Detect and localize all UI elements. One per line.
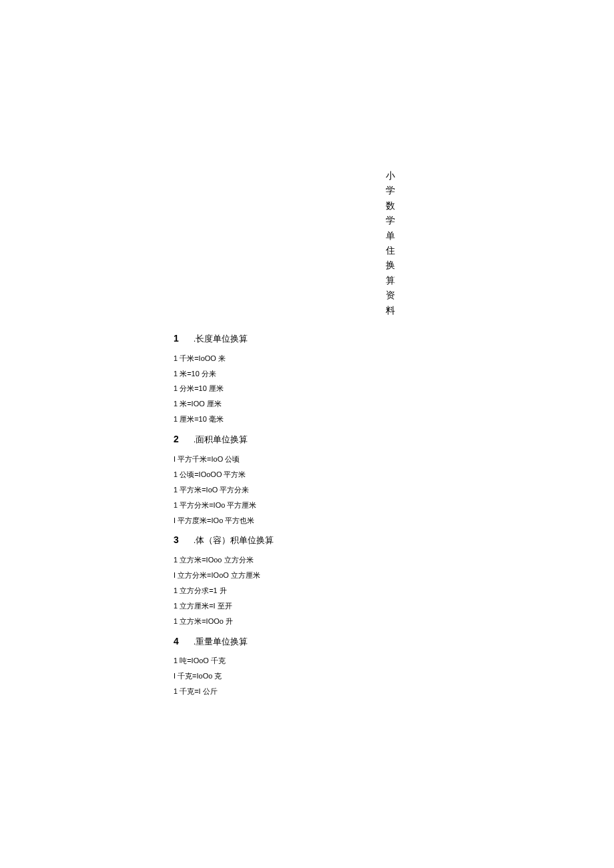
- conversion-item: 1 千米=IoOO 来: [174, 352, 481, 366]
- title-char: 学: [386, 213, 395, 228]
- section-number: 1: [174, 331, 191, 346]
- section-heading-4: 4 .重量单位换算: [174, 634, 481, 649]
- conversion-item: I 立方分米=IOoO 立方厘米: [174, 568, 481, 582]
- conversion-item: 1 立方米=IOoo 立方分米: [174, 553, 481, 567]
- title-char: 住: [386, 243, 395, 258]
- conversion-item: I 平方千米=IoO 公顷: [174, 452, 481, 466]
- content-body: 1 .长度单位换算 1 千米=IoOO 来 1 米=10 分来 1 分米=10 …: [174, 331, 481, 699]
- conversion-item: 1 米=IOO 厘米: [174, 397, 481, 411]
- conversion-item: 1 厘米=10 毫米: [174, 412, 481, 426]
- title-char: 小: [386, 168, 395, 183]
- conversion-item: 1 公顷=IOoOO 平方米: [174, 468, 481, 482]
- section-heading-1: 1 .长度单位换算: [174, 331, 481, 346]
- conversion-item: 1 千克=I 公斤: [174, 685, 481, 699]
- conversion-item: I 千克=IoOo 克: [174, 669, 481, 683]
- section-number: 4: [174, 634, 191, 648]
- vertical-title: 小 学 数 学 单 住 换 算 资 料: [300, 168, 481, 318]
- section-label: .重量单位换算: [194, 636, 248, 646]
- section-heading-3: 3 .体（容）积单位换算: [174, 532, 481, 548]
- document-page: 小 学 数 学 单 住 换 算 资 料 1 .长度单位换算 1 千米=IoOO …: [0, 0, 614, 699]
- conversion-item: 1 分米=10 厘米: [174, 382, 481, 396]
- conversion-item: 1 米=10 分来: [174, 367, 481, 381]
- section-label: .体（容）积单位换算: [194, 535, 274, 545]
- title-char: 单: [386, 228, 395, 243]
- conversion-item: 1 平方米=IoO 平方分来: [174, 483, 481, 497]
- section-heading-2: 2 .面积单位换算: [174, 432, 481, 447]
- conversion-item: 1 立方厘米=I 至开: [174, 599, 481, 613]
- section-number: 2: [174, 432, 191, 446]
- title-char: 学: [386, 183, 395, 197]
- title-char: 料: [386, 303, 395, 318]
- conversion-item: 1 平方分米=IOo 平方厘米: [174, 498, 481, 512]
- conversion-item: I 平方度米=IOo 平方也米: [174, 514, 481, 528]
- conversion-item: 1 立方分求=1 升: [174, 584, 481, 598]
- title-char: 换: [386, 258, 395, 272]
- title-char: 数: [386, 198, 395, 213]
- section-number: 3: [174, 532, 191, 547]
- conversion-item: 1 吨=IOoO 千克: [174, 654, 481, 668]
- section-label: .长度单位换算: [194, 334, 248, 344]
- section-label: .面积单位换算: [194, 434, 248, 444]
- title-char: 资: [386, 288, 395, 302]
- conversion-item: 1 立方米=IOOo 升: [174, 614, 481, 628]
- title-char: 算: [386, 273, 395, 288]
